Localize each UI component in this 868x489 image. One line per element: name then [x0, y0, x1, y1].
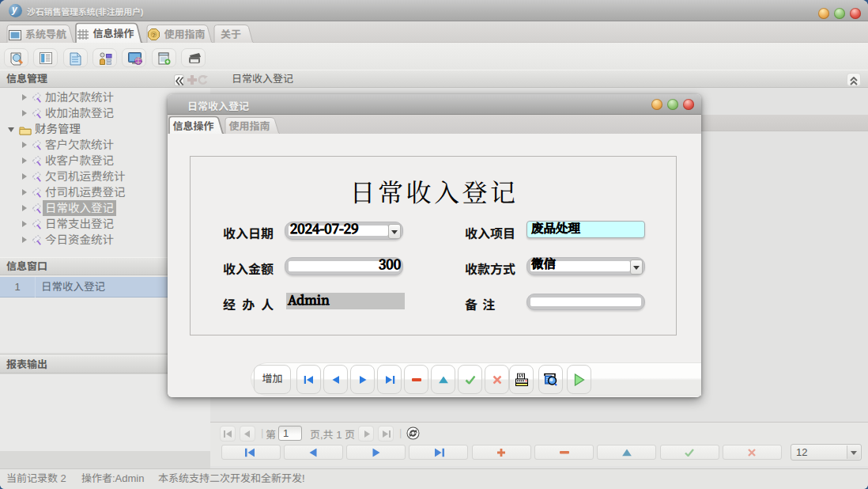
svg-text:?: ? — [153, 32, 157, 39]
